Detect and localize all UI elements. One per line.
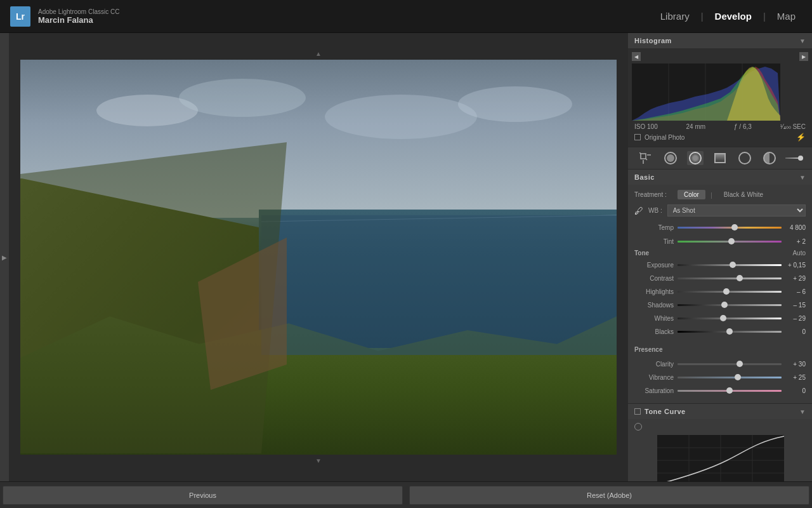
wb-row: 🖋 WB : As Shot: [634, 204, 806, 217]
histogram-top-icons: ◀ ▶: [632, 52, 808, 61]
svg-rect-16: [641, 154, 646, 159]
whites-track: [678, 318, 782, 319]
contrast-track-container[interactable]: [678, 274, 782, 283]
tone-curve-mini-icon[interactable]: [634, 408, 641, 415]
slider-tool[interactable]: [786, 151, 802, 165]
presence-container: Presence Clarity + 30 Vib: [634, 342, 806, 396]
temp-track-container[interactable]: [678, 223, 782, 232]
tone-label: Tone: [634, 250, 649, 257]
clarity-track-container[interactable]: [678, 359, 782, 368]
graduated-filter-tool[interactable]: [712, 151, 728, 165]
tone-curve-svg: [657, 435, 784, 481]
whites-label: Whites: [634, 315, 674, 322]
contrast-thumb[interactable]: [737, 275, 743, 281]
whites-track-container[interactable]: [678, 314, 782, 323]
half-circle-tool[interactable]: [761, 151, 778, 165]
auto-btn[interactable]: Auto: [792, 250, 806, 257]
photo-panel-top-arrow[interactable]: ▲: [315, 50, 322, 57]
original-photo-label: Original Photo: [645, 134, 684, 141]
vibrance-track: [678, 377, 782, 378]
crop-tool[interactable]: [638, 151, 654, 165]
presence-subsection-header: Presence: [634, 342, 806, 356]
exposure-label: Exposure: [634, 262, 674, 269]
treatment-label: Treatment :: [634, 191, 672, 198]
highlights-value: – 6: [785, 288, 806, 295]
nav-sep-2: |: [763, 11, 766, 22]
basic-section: Basic ▼ Treatment : Color | Black & Whit…: [628, 170, 812, 404]
photo-area: ▲: [9, 33, 628, 481]
temp-slider-row: Temp 4 800: [634, 222, 806, 233]
crop-icon: [639, 152, 652, 164]
clarity-thumb[interactable]: [737, 361, 743, 367]
basic-header[interactable]: Basic ▼: [628, 170, 812, 185]
brush-tool[interactable]: [737, 151, 753, 165]
previous-button[interactable]: Previous: [3, 486, 403, 505]
exposure-track-container[interactable]: [678, 260, 782, 269]
tint-thumb[interactable]: [728, 238, 735, 244]
whites-thumb[interactable]: [720, 315, 726, 321]
heal-tool[interactable]: [662, 151, 679, 165]
highlights-track: [678, 291, 782, 293]
tone-curve-collapse-icon[interactable]: ▼: [799, 408, 806, 415]
tone-curve-title: Tone Curve: [645, 408, 686, 415]
shadows-track-container[interactable]: [678, 300, 782, 309]
reset-button[interactable]: Reset (Adobe): [409, 486, 809, 505]
svg-point-1: [179, 79, 306, 117]
exposure-thumb[interactable]: [730, 262, 736, 268]
nav-map[interactable]: Map: [771, 8, 802, 24]
shadows-value: – 15: [785, 302, 806, 309]
flash-icon[interactable]: ⚡: [796, 133, 806, 142]
nav-library[interactable]: Library: [654, 8, 696, 24]
temp-thumb[interactable]: [731, 224, 738, 231]
tool-icons-row: [628, 147, 812, 170]
app-branding: Lr Adobe Lightroom Classic CC Marcin Fal…: [10, 6, 119, 27]
wb-label: WB :: [648, 207, 662, 214]
highlights-track-container[interactable]: [678, 287, 782, 296]
shadows-thumb[interactable]: [721, 302, 728, 308]
saturation-thumb[interactable]: [726, 387, 733, 394]
photo-container: [20, 60, 617, 455]
basic-collapse-icon[interactable]: ▼: [799, 174, 806, 181]
photo-panel-bottom-arrow[interactable]: ▼: [315, 457, 322, 464]
aperture-value: ƒ / 6,3: [734, 123, 752, 130]
vibrance-track-container[interactable]: [678, 373, 782, 382]
wb-select[interactable]: As Shot: [667, 204, 806, 217]
right-panel: Histogram ▼ ◀ ▶: [628, 33, 812, 481]
original-photo-checkbox[interactable]: [634, 134, 641, 140]
radial-tool[interactable]: [687, 151, 704, 165]
clipping-highlights-icon[interactable]: ▶: [799, 52, 808, 61]
exposure-value: + 0,15: [785, 262, 806, 269]
whites-value: – 29: [785, 315, 806, 322]
basic-content: Treatment : Color | Black & White 🖋 WB :…: [628, 185, 812, 403]
tint-track-container[interactable]: [678, 237, 782, 246]
svg-line-17: [639, 152, 641, 154]
histogram-collapse-icon[interactable]: ▼: [799, 37, 806, 44]
basic-title: Basic: [634, 173, 655, 181]
blacks-track-container[interactable]: [678, 327, 782, 336]
highlights-label: Highlights: [634, 288, 674, 295]
contrast-track: [678, 277, 782, 279]
blacks-thumb[interactable]: [726, 328, 733, 335]
histogram-header[interactable]: Histogram ▼: [628, 33, 812, 48]
saturation-track-container[interactable]: [678, 386, 782, 395]
vibrance-thumb[interactable]: [735, 374, 741, 380]
nav-develop[interactable]: Develop: [709, 8, 758, 24]
vibrance-value: + 25: [785, 374, 806, 381]
clarity-value: + 30: [785, 361, 806, 368]
saturation-value: 0: [785, 387, 806, 394]
highlights-thumb[interactable]: [723, 288, 730, 295]
temp-slider-section: Temp 4 800: [634, 222, 806, 233]
left-panel-toggle[interactable]: ▶: [1, 254, 8, 261]
blacks-slider-row: Blacks 0: [634, 326, 806, 337]
wb-eyedropper-icon[interactable]: 🖋: [634, 206, 643, 216]
tone-point-selector[interactable]: [634, 423, 642, 431]
bw-btn[interactable]: Black & White: [717, 190, 769, 199]
left-panel[interactable]: ▶: [0, 33, 9, 481]
color-btn[interactable]: Color: [678, 190, 705, 199]
presence-label: Presence: [634, 346, 662, 353]
temp-track: [678, 227, 782, 229]
tone-curve-header[interactable]: Tone Curve ▼: [628, 404, 812, 419]
main-content: ▶ ▲: [0, 33, 812, 481]
photo-svg-overlay: [20, 60, 617, 455]
clipping-shadows-icon[interactable]: ◀: [632, 52, 641, 61]
